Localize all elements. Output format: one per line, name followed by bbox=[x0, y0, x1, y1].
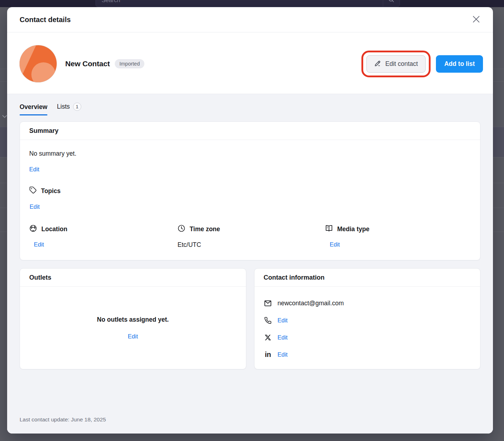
outlets-edit-link[interactable]: Edit bbox=[128, 333, 138, 340]
contact-info-card: Contact information newcontact@gmail.com… bbox=[254, 268, 481, 369]
timezone-label: Time zone bbox=[190, 225, 220, 233]
search-placeholder: Search bbox=[96, 0, 120, 4]
phone-icon bbox=[264, 317, 272, 324]
media-type-field: Media type Edit bbox=[325, 224, 471, 249]
topics-edit-link[interactable]: Edit bbox=[30, 203, 40, 210]
email-row: newcontact@gmail.com bbox=[264, 295, 471, 312]
close-icon bbox=[471, 14, 481, 25]
tab-overview[interactable]: Overview bbox=[20, 103, 47, 115]
x-twitter-icon bbox=[264, 334, 272, 341]
email-value: newcontact@gmail.com bbox=[278, 300, 344, 307]
linkedin-edit-link[interactable]: Edit bbox=[278, 351, 288, 358]
clock-icon bbox=[178, 224, 185, 234]
pencil-icon bbox=[374, 59, 381, 68]
phone-row: Edit bbox=[264, 312, 471, 329]
imported-badge: Imported bbox=[115, 59, 144, 68]
avatar-circle-shape bbox=[31, 62, 56, 82]
modal-title: Contact details bbox=[20, 16, 71, 24]
globe-icon bbox=[29, 224, 37, 234]
contact-name-row: New Contact Imported bbox=[65, 59, 144, 68]
contact-details-modal: Contact details New Contact Imported Edi… bbox=[7, 7, 493, 434]
summary-edit-link[interactable]: Edit bbox=[29, 166, 39, 173]
location-field: Location Edit bbox=[29, 224, 178, 249]
search-input[interactable]: Search bbox=[96, 0, 400, 7]
tab-overview-label: Overview bbox=[20, 103, 47, 111]
search-button[interactable] bbox=[383, 0, 400, 7]
hero-actions: Edit contact Add to list bbox=[366, 55, 483, 73]
tab-bar: Overview Lists 1 bbox=[20, 103, 480, 115]
add-to-list-button[interactable]: Add to list bbox=[436, 55, 483, 73]
edit-contact-label: Edit contact bbox=[385, 60, 418, 68]
tag-icon bbox=[29, 186, 37, 196]
tab-lists[interactable]: Lists 1 bbox=[57, 103, 81, 115]
search-icon bbox=[388, 0, 395, 4]
phone-edit-link[interactable]: Edit bbox=[278, 317, 288, 324]
contact-name: New Contact bbox=[65, 59, 110, 68]
location-edit-link[interactable]: Edit bbox=[34, 241, 44, 248]
location-label: Location bbox=[41, 225, 67, 233]
lower-cards-row: Outlets No outlets assigned yet. Edit Co… bbox=[20, 268, 480, 369]
x-twitter-edit-link[interactable]: Edit bbox=[278, 334, 288, 341]
linkedin-row: in Edit bbox=[264, 346, 471, 363]
media-type-label: Media type bbox=[337, 225, 369, 233]
topics-header: Topics bbox=[29, 186, 471, 196]
modal-body: Overview Lists 1 Summary No summary yet.… bbox=[7, 94, 493, 434]
avatar bbox=[20, 45, 57, 82]
edit-contact-button[interactable]: Edit contact bbox=[366, 55, 426, 73]
linkedin-icon: in bbox=[264, 351, 272, 358]
media-type-edit-link[interactable]: Edit bbox=[330, 241, 340, 248]
email-icon bbox=[264, 299, 272, 307]
contact-info-card-title: Contact information bbox=[254, 269, 480, 287]
close-button[interactable] bbox=[469, 13, 483, 26]
media-type-icon bbox=[325, 224, 333, 234]
topics-label: Topics bbox=[41, 187, 61, 195]
summary-card-body: No summary yet. Edit Topics Edit bbox=[20, 140, 480, 260]
modal-header: Contact details bbox=[7, 7, 493, 32]
outlets-card: Outlets No outlets assigned yet. Edit bbox=[20, 268, 246, 369]
summary-card-title: Summary bbox=[20, 122, 480, 140]
x-twitter-row: Edit bbox=[264, 329, 471, 346]
last-update-text: Last contact update: June 18, 2025 bbox=[20, 416, 480, 423]
summary-card: Summary No summary yet. Edit Topics Edit bbox=[20, 121, 480, 260]
lists-count-badge: 1 bbox=[73, 103, 81, 111]
outlets-card-title: Outlets bbox=[20, 269, 246, 287]
timezone-field: Time zone Etc/UTC bbox=[178, 224, 325, 249]
summary-empty-text: No summary yet. bbox=[29, 150, 471, 157]
contact-hero: New Contact Imported Edit contact Add to… bbox=[7, 32, 493, 94]
tab-lists-label: Lists bbox=[57, 103, 70, 110]
outlets-card-body: No outlets assigned yet. Edit bbox=[20, 287, 246, 369]
outlets-empty-text: No outlets assigned yet. bbox=[97, 316, 169, 323]
summary-fields-row: Location Edit Time zone bbox=[29, 224, 471, 249]
timezone-value: Etc/UTC bbox=[178, 241, 201, 248]
contact-info-card-body: newcontact@gmail.com Edit Edit bbox=[254, 287, 480, 368]
app-topbar: Search bbox=[0, 0, 504, 7]
